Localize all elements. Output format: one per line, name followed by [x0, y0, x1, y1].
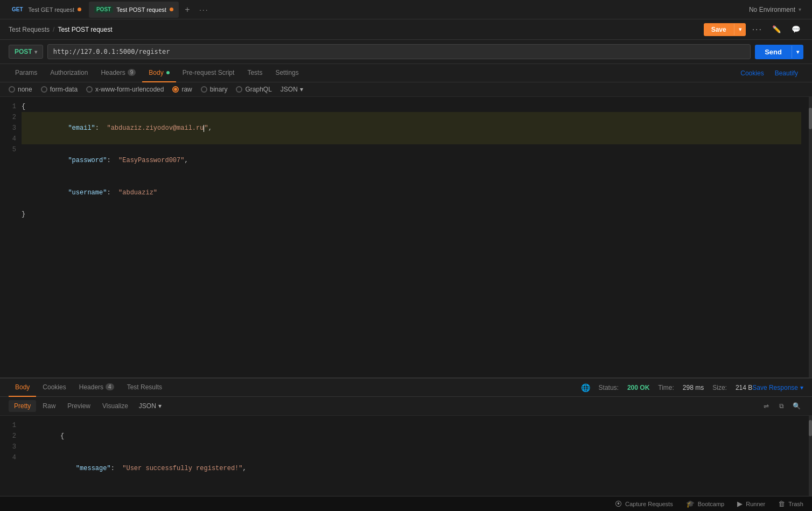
resp-wrap-icon[interactable]: ⇌	[759, 399, 773, 413]
resp-code-line-2: "message": "User successfully registered…	[22, 452, 801, 485]
bootcamp-icon: 🎓	[686, 500, 695, 508]
status-bar: ⦿ Capture Requests 🎓 Bootcamp ▶ Runner 🗑…	[0, 496, 812, 511]
tab-tests[interactable]: Tests	[241, 64, 269, 82]
comment-icon-button[interactable]: 💬	[788, 22, 803, 37]
editor-scrollbar[interactable]	[809, 97, 812, 377]
tab-post-dot	[170, 8, 173, 11]
status-area: 🌐 Status: 200 OK Time: 298 ms Size: 214 …	[581, 383, 753, 392]
save-response-chevron-icon: ▾	[800, 384, 803, 391]
size-label: Size:	[712, 384, 727, 391]
response-code-area[interactable]: 1 2 3 4 { "message": "User successfully …	[0, 416, 812, 496]
code-line-5: }	[22, 209, 801, 220]
body-option-binary[interactable]: binary	[201, 86, 228, 93]
method-label: POST	[15, 48, 32, 55]
tab-body[interactable]: Body	[142, 64, 176, 82]
runner-button[interactable]: ▶ Runner	[737, 500, 765, 508]
code-line-2: "email": "abduaziz.ziyodov@mail.ru",	[22, 112, 801, 144]
resp-scrollbar-thumb	[809, 420, 812, 436]
save-button[interactable]: Save ▾	[704, 23, 746, 36]
trash-button[interactable]: 🗑 Trash	[778, 500, 803, 508]
time-label: Time:	[658, 384, 674, 391]
breadcrumb-actions: Save ▾ ··· ✏️ 💬	[704, 22, 803, 37]
send-button[interactable]: Send ▾	[755, 45, 803, 59]
tabs-more-button[interactable]: ···	[196, 5, 212, 14]
code-line-3: "password": "EasyPassword007",	[22, 144, 801, 177]
capture-requests-button[interactable]: ⦿ Capture Requests	[615, 500, 673, 508]
tab-get-request[interactable]: GET Test GET request	[4, 2, 87, 18]
url-input[interactable]	[47, 44, 751, 59]
tab-headers[interactable]: Headers 9	[94, 64, 142, 82]
resp-json-select[interactable]: JSON ▾	[139, 402, 162, 410]
resp-search-icon[interactable]: 🔍	[789, 399, 803, 413]
tab-params[interactable]: Params	[9, 64, 44, 82]
response-code-block: 1 2 3 4 { "message": "User successfully …	[0, 416, 812, 496]
resp-view-preview[interactable]: Preview	[62, 400, 96, 412]
code-block: 1 2 3 4 5 { "email": "abduaziz.ziyodov@m…	[0, 97, 812, 377]
breadcrumb: Test Requests / Test POST request	[9, 26, 113, 33]
tab-get-label: Test GET request	[29, 6, 74, 13]
body-option-raw[interactable]: raw	[172, 86, 192, 93]
breadcrumb-parent[interactable]: Test Requests	[9, 26, 50, 33]
cookies-link[interactable]: Cookies	[735, 69, 769, 77]
beautify-link[interactable]: Beautify	[769, 69, 803, 77]
resp-code-line-1: {	[22, 420, 801, 452]
code-content: { "email": "abduaziz.ziyodov@mail.ru", "…	[22, 101, 812, 373]
edit-icon-button[interactable]: ✏️	[769, 22, 784, 37]
bootcamp-button[interactable]: 🎓 Bootcamp	[686, 500, 725, 508]
radio-graphql	[236, 86, 242, 93]
resp-tab-body[interactable]: Body	[9, 379, 36, 397]
resp-view-raw[interactable]: Raw	[37, 400, 61, 412]
resp-json-chevron-icon: ▾	[158, 402, 162, 410]
save-chevron-icon[interactable]: ▾	[734, 24, 746, 35]
status-code: 200 OK	[627, 384, 649, 391]
request-editor[interactable]: 1 2 3 4 5 { "email": "abduaziz.ziyodov@m…	[0, 97, 812, 377]
json-format-select[interactable]: JSON ▾	[281, 86, 303, 93]
method-chevron-icon: ▾	[34, 49, 37, 55]
tab-post-label: Test POST request	[116, 6, 166, 13]
tab-post-request[interactable]: POST Test POST request	[89, 2, 179, 18]
url-bar: POST ▾ Send ▾	[0, 40, 812, 64]
body-option-graphql[interactable]: GraphQL	[236, 86, 271, 93]
breadcrumb-bar: Test Requests / Test POST request Save ▾…	[0, 19, 812, 40]
radio-urlencoded	[86, 86, 93, 93]
environment-selector[interactable]: No Environment ▾	[743, 6, 808, 13]
resp-tab-headers[interactable]: Headers 4	[73, 379, 121, 397]
response-tabs: Body Cookies Headers 4 Test Results 🌐 St…	[0, 379, 812, 397]
radio-raw	[172, 86, 179, 93]
new-tab-button[interactable]: +	[181, 3, 194, 16]
trash-icon: 🗑	[778, 500, 785, 508]
send-chevron-icon[interactable]: ▾	[792, 46, 803, 58]
editor-scrollbar-thumb	[809, 108, 812, 129]
response-panel: Body Cookies Headers 4 Test Results 🌐 St…	[0, 377, 812, 496]
env-chevron-icon: ▾	[799, 6, 801, 12]
body-option-urlencoded[interactable]: x-www-form-urlencoded	[86, 86, 164, 93]
radio-form-data	[41, 86, 47, 93]
body-option-none[interactable]: none	[9, 86, 32, 93]
body-option-form-data[interactable]: form-data	[41, 86, 78, 93]
method-select[interactable]: POST ▾	[9, 45, 43, 59]
breadcrumb-separator: /	[53, 26, 54, 33]
status-label: Status:	[599, 384, 619, 391]
resp-tab-cookies[interactable]: Cookies	[36, 379, 72, 397]
tab-bar: GET Test GET request POST Test POST requ…	[0, 0, 812, 19]
tab-pre-request-script[interactable]: Pre-request Script	[176, 64, 241, 82]
toolbar-more-button[interactable]: ···	[750, 23, 765, 37]
resp-tab-test-results[interactable]: Test Results	[121, 379, 169, 397]
runner-icon: ▶	[737, 500, 743, 508]
line-numbers: 1 2 3 4 5	[0, 101, 22, 373]
response-format-bar: Pretty Raw Preview Visualize JSON ▾ ⇌ ⧉ …	[0, 397, 812, 416]
tab-get-dot	[78, 8, 81, 11]
tab-authorization[interactable]: Authorization	[44, 64, 94, 82]
resp-view-pretty[interactable]: Pretty	[9, 400, 36, 412]
resp-copy-icon[interactable]: ⧉	[774, 399, 788, 413]
tab-settings[interactable]: Settings	[269, 64, 305, 82]
resp-code-content: { "message": "User successfully register…	[22, 420, 812, 492]
resp-line-numbers: 1 2 3 4	[0, 420, 22, 492]
resp-scrollbar[interactable]	[809, 416, 812, 496]
time-value: 298 ms	[683, 384, 704, 391]
save-response-button[interactable]: Save Response ▾	[752, 384, 803, 391]
env-label: No Environment	[749, 6, 795, 13]
size-value: 214 B	[736, 384, 752, 391]
radio-binary	[201, 86, 207, 93]
resp-view-visualize[interactable]: Visualize	[97, 400, 134, 412]
